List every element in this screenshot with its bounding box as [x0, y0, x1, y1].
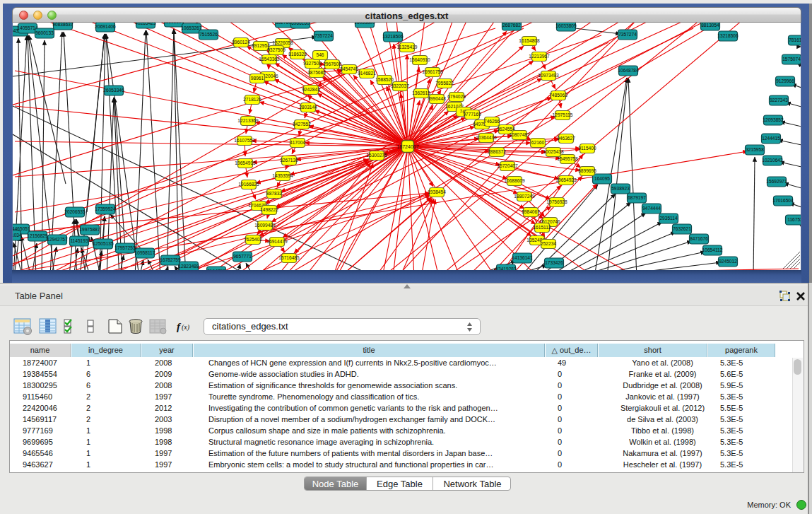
svg-text:20691406: 20691406	[95, 24, 116, 29]
svg-text:16961758: 16961758	[422, 69, 443, 74]
svg-text:10973493: 10973493	[538, 73, 559, 78]
svg-text:10688609: 10688609	[504, 178, 525, 183]
svg-text:95931034: 95931034	[13, 233, 22, 238]
svg-text:19756928: 19756928	[546, 199, 567, 204]
svg-text:1615112: 1615112	[533, 225, 551, 230]
svg-text:17957253: 17957253	[114, 245, 136, 250]
svg-text:10210643: 10210643	[762, 158, 783, 163]
svg-text:12213967: 12213967	[529, 54, 550, 59]
svg-text:15495758: 15495758	[557, 156, 578, 161]
svg-text:8427552: 8427552	[293, 122, 311, 127]
svg-text:1938454: 1938454	[428, 189, 446, 194]
svg-text:2718126: 2718126	[243, 97, 261, 102]
svg-text:17359924: 17359924	[95, 206, 116, 211]
svg-text:1244415: 1244415	[762, 136, 780, 141]
svg-text:10958117: 10958117	[135, 250, 155, 255]
svg-text:18724007: 18724007	[396, 144, 418, 149]
svg-text:3267130: 3267130	[280, 158, 298, 163]
svg-text:9600133: 9600133	[35, 30, 54, 35]
svg-text:7632621: 7632621	[673, 226, 691, 231]
svg-text:16782759: 16782759	[160, 257, 181, 262]
svg-text:1145193: 1145193	[70, 238, 88, 243]
svg-text:12942757: 12942757	[47, 237, 68, 242]
svg-text:90838637: 90838637	[52, 23, 73, 27]
svg-text:14136141: 14136141	[512, 255, 533, 260]
svg-text:14353594: 14353594	[272, 173, 293, 178]
svg-text:7485063: 7485063	[549, 93, 567, 98]
svg-text:9657771: 9657771	[233, 254, 252, 259]
svg-text:1362615: 1362615	[412, 90, 430, 95]
svg-text:16033809: 16033809	[354, 23, 375, 25]
svg-text:10648784: 10648784	[618, 68, 639, 73]
svg-text:12505135: 12505135	[93, 241, 114, 246]
svg-text:6794028: 6794028	[447, 94, 466, 99]
svg-text:19975887: 19975887	[79, 227, 100, 232]
svg-text:2803144: 2803144	[299, 105, 317, 110]
svg-text:116753: 116753	[787, 217, 801, 222]
svg-text:40265423: 40265423	[135, 23, 156, 25]
svg-text:8186323: 8186323	[288, 52, 307, 57]
svg-text:9327509: 9327509	[267, 47, 286, 52]
svg-text:3215958: 3215958	[746, 147, 764, 152]
svg-text:5938923: 5938923	[611, 186, 630, 191]
svg-text:7955822: 7955822	[435, 81, 454, 86]
svg-text:16154808: 16154808	[519, 38, 540, 43]
svg-text:15720407: 15720407	[497, 163, 518, 168]
svg-text:8813054: 8813054	[701, 23, 719, 28]
svg-text:12823488: 12823488	[178, 264, 199, 269]
svg-text:6899695: 6899695	[578, 168, 596, 173]
svg-text:12213369: 12213369	[237, 118, 259, 123]
svg-text:7515526: 7515526	[199, 32, 218, 37]
svg-text:2935114: 2935114	[659, 216, 678, 221]
svg-text:13218506: 13218506	[382, 34, 404, 39]
svg-text:8960124: 8960124	[232, 40, 250, 45]
svg-text:164095: 164095	[594, 176, 610, 181]
svg-text:11325419: 11325419	[397, 45, 418, 49]
svg-text:10025438: 10025438	[543, 149, 564, 154]
svg-text:9777169: 9777169	[463, 112, 481, 117]
svg-text:887832: 887832	[266, 191, 282, 196]
svg-text:2967608: 2967608	[323, 62, 341, 66]
svg-text:12093852: 12093852	[763, 117, 784, 122]
svg-text:20206535: 20206535	[64, 209, 86, 214]
svg-text:6879197: 6879197	[628, 195, 646, 200]
svg-text:9245012: 9245012	[719, 259, 737, 264]
svg-text:18807249: 18807249	[514, 194, 535, 199]
svg-text:7816184: 7816184	[789, 37, 801, 42]
svg-text:98961: 98961	[251, 76, 264, 81]
svg-text:6966160: 6966160	[291, 23, 310, 25]
svg-text:2886372: 2886372	[488, 149, 506, 154]
svg-text:9463627: 9463627	[557, 136, 575, 141]
svg-text:9227343: 9227343	[770, 98, 788, 103]
svg-text:15716485: 15716485	[278, 255, 300, 260]
svg-text:1588520: 1588520	[375, 77, 394, 82]
svg-text:5984067: 5984067	[522, 209, 540, 214]
svg-text:(x): (x)	[182, 323, 190, 332]
svg-text:12156829: 12156829	[27, 233, 48, 238]
svg-text:7625402: 7625402	[244, 237, 262, 242]
svg-text:f: f	[177, 321, 182, 332]
svg-text:1498222: 1498222	[260, 207, 278, 212]
svg-text:19654923: 19654923	[555, 177, 577, 182]
svg-text:7357224: 7357224	[314, 33, 333, 38]
svg-text:10807487: 10807487	[509, 132, 530, 137]
svg-text:19654915: 19654915	[235, 160, 256, 165]
svg-text:20364436: 20364436	[476, 135, 497, 140]
svg-text:15640910: 15640910	[409, 57, 430, 62]
svg-text:746266: 746266	[484, 119, 500, 124]
svg-text:16033809: 16033809	[555, 23, 577, 28]
svg-text:9474444: 9474444	[642, 206, 661, 211]
svg-text:10653267: 10653267	[181, 25, 202, 30]
svg-text:3875685: 3875685	[307, 70, 326, 75]
svg-text:3322037: 3322037	[391, 83, 409, 88]
svg-text:9327508: 9327508	[303, 61, 322, 66]
svg-text:9242843: 9242843	[302, 87, 320, 92]
svg-text:16099489: 16099489	[254, 223, 276, 228]
svg-text:16914479: 16914479	[266, 239, 288, 244]
svg-text:1575074: 1575074	[782, 57, 801, 62]
svg-text:9146821: 9146821	[358, 71, 376, 76]
svg-text:10654112: 10654112	[702, 247, 723, 252]
svg-text:9129966: 9129966	[776, 78, 794, 83]
svg-text:26053346: 26053346	[103, 88, 124, 93]
svg-text:15300275: 15300275	[366, 153, 387, 158]
